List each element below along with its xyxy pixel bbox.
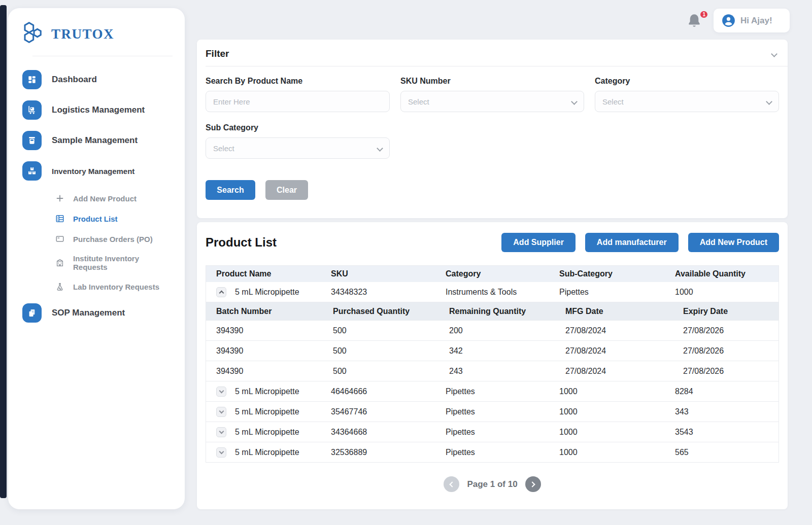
category-cell: Pipettes [435, 407, 549, 416]
hexagon-cluster-icon [21, 21, 45, 47]
user-menu[interactable]: Hi Ajay! [714, 9, 790, 32]
purchased-qty-cell: 500 [323, 326, 439, 335]
field-product-name: Search By Product Name [206, 77, 390, 112]
batch-row: 394390 500 200 27/08/2024 27/08/2026 [206, 321, 779, 341]
lab-flask-icon [55, 282, 65, 292]
filter-collapse-chevron-icon[interactable] [771, 51, 777, 57]
available-quantity-cell: 1000 [665, 288, 779, 297]
search-button[interactable]: Search [206, 180, 255, 200]
sidebar: TRUTOX Dashboard Logi [8, 8, 185, 509]
sub-category-cell: 1000 [549, 407, 665, 416]
field-label: SKU Number [400, 77, 584, 86]
sub-category-select[interactable]: Select [206, 137, 390, 159]
select-value: Select [602, 97, 624, 106]
field-label: Sub Category [206, 123, 390, 132]
previous-page-button[interactable] [444, 476, 459, 492]
purchase-order-card-icon [55, 234, 65, 244]
sub-category-cell: 1000 [549, 448, 665, 457]
avatar-icon [722, 14, 735, 27]
sidebar-subitem-label: Lab Inventory Requests [73, 283, 159, 291]
plus-icon [55, 193, 65, 203]
notification-count-badge: 1 [699, 10, 708, 19]
chevron-down-icon [219, 429, 224, 434]
add-supplier-button[interactable]: Add Supplier [501, 233, 576, 252]
sidebar-item-sample[interactable]: Sample Management [8, 125, 185, 156]
batch-number-cell: 394390 [206, 346, 323, 356]
sidebar-subitem-label: Institute Inventory Requests [73, 254, 175, 271]
select-value: Select [408, 97, 429, 106]
column-header: Sub-Category [549, 269, 665, 278]
expand-row-button[interactable] [216, 387, 226, 397]
product-name-input[interactable] [206, 91, 390, 112]
sidebar-subitem-label: Purchase Orders (PO) [73, 235, 153, 243]
chevron-down-icon [766, 98, 772, 105]
sidebar-subitem-add-new-product[interactable]: Add New Product [8, 188, 185, 208]
product-name-cell: 5 mL Micropipette [235, 288, 299, 297]
sidebar-item-inventory[interactable]: Inventory Management [8, 156, 185, 186]
add-new-product-button[interactable]: Add New Product [688, 233, 779, 252]
clear-button[interactable]: Clear [265, 180, 308, 200]
expand-row-button[interactable] [216, 407, 226, 417]
sidebar-subitem-label: Product List [73, 215, 118, 223]
sku-cell: 34348323 [321, 288, 435, 297]
sidebar-item-label: Logistics Management [52, 105, 145, 115]
sku-cell: 32536889 [321, 448, 435, 457]
brand-logo[interactable]: TRUTOX [8, 8, 185, 55]
field-label: Category [595, 77, 779, 86]
column-header: Expiry Date [673, 307, 779, 316]
sample-jar-icon [22, 131, 42, 150]
column-header: Category [435, 269, 549, 278]
column-header: MFG Date [555, 307, 673, 316]
notifications-button[interactable]: 1 [686, 12, 706, 32]
product-table-header: Product Name SKU Category Sub-Category A… [206, 266, 779, 282]
table-row: 5 mL Micropipette 32536889 Pipettes 1000… [206, 442, 779, 463]
column-header: SKU [321, 269, 435, 278]
chevron-right-icon [529, 481, 535, 487]
table-row: 5 mL Micropipette 35467746 Pipettes 1000… [206, 402, 779, 422]
product-name-cell: 5 mL Micropipette [235, 428, 299, 437]
column-header: Product Name [206, 269, 321, 278]
category-cell: Pipettes [435, 428, 549, 437]
sku-cell: 34364668 [321, 428, 435, 437]
column-header: Remaining Quantity [439, 307, 555, 316]
collapse-row-button[interactable] [216, 287, 226, 297]
batch-number-cell: 394390 [206, 367, 323, 376]
field-sku-number: SKU Number Select [400, 77, 584, 112]
category-cell: Pipettes [435, 387, 549, 396]
sub-category-cell: 1000 [549, 428, 665, 437]
logistics-cart-icon [22, 100, 42, 120]
sidebar-item-label: Inventory Management [52, 167, 134, 176]
sidebar-subitem-institute-inventory-requests[interactable]: Institute Inventory Requests [8, 249, 185, 276]
available-quantity-cell: 3543 [665, 428, 779, 437]
select-value: Select [213, 144, 234, 153]
field-sub-category: Sub Category Select [206, 123, 390, 159]
brand-name: TRUTOX [51, 26, 114, 42]
sku-number-select[interactable]: Select [400, 91, 584, 112]
sidebar-item-dashboard[interactable]: Dashboard [8, 64, 185, 95]
sop-documents-icon [22, 303, 42, 323]
chevron-down-icon [377, 145, 383, 152]
product-list-title: Product List [206, 235, 277, 250]
sidebar-item-logistics[interactable]: Logistics Management [8, 95, 185, 125]
category-select[interactable]: Select [595, 91, 779, 112]
sidebar-item-sop[interactable]: SOP Management [8, 298, 185, 328]
column-header: Batch Number [206, 307, 323, 316]
inventory-boxes-icon [22, 161, 42, 181]
sidebar-subitem-purchase-orders[interactable]: Purchase Orders (PO) [8, 229, 185, 249]
product-list-panel: Product List Add Supplier Add manufactur… [197, 222, 788, 509]
chevron-down-icon [571, 98, 578, 105]
batch-row: 394390 500 243 27/08/2024 27/08/2026 [206, 361, 779, 381]
window-edge-strip [0, 5, 7, 498]
expand-row-button[interactable] [216, 447, 226, 458]
add-manufacturer-button[interactable]: Add manufacturer [585, 233, 679, 252]
product-name-cell: 5 mL Micropipette [235, 407, 299, 416]
batch-table-header: Batch Number Purchased Quantity Remainin… [206, 302, 779, 321]
sidebar-subitem-product-list[interactable]: Product List [8, 208, 185, 229]
remaining-qty-cell: 342 [439, 346, 555, 356]
next-page-button[interactable] [525, 476, 541, 492]
divider [32, 56, 173, 56]
field-label: Search By Product Name [206, 77, 390, 86]
expand-row-button[interactable] [216, 427, 226, 437]
sidebar-subitem-lab-inventory-requests[interactable]: Lab Inventory Requests [8, 276, 185, 297]
inventory-submenu: Add New Product Product List [8, 188, 185, 297]
